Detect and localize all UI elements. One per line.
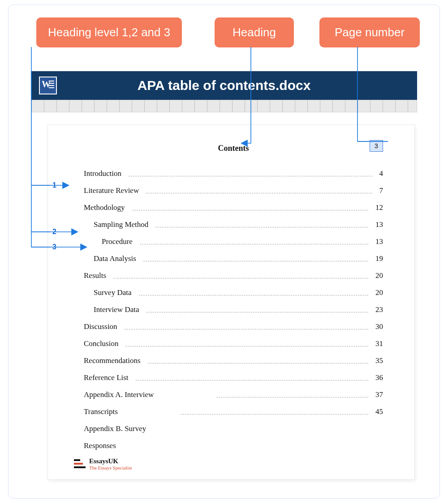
toc-page: 12 bbox=[375, 203, 383, 212]
toc-label: Procedure bbox=[102, 237, 133, 246]
toc-label: Reference List bbox=[84, 373, 129, 382]
level-marker-3: 3 bbox=[52, 243, 56, 251]
toc-page: 4 bbox=[379, 169, 383, 178]
toc-row: Methodology12 bbox=[84, 203, 383, 212]
toc-row: Interview Data23 bbox=[84, 305, 383, 314]
toc-page: 20 bbox=[375, 288, 383, 297]
toc-leader bbox=[139, 291, 368, 295]
document-title-bar: APA table of contents.docx bbox=[31, 71, 417, 100]
toc-label: Sampling Method bbox=[94, 220, 148, 229]
toc-page: 36 bbox=[375, 373, 383, 382]
toc-label: Interview Data bbox=[94, 305, 139, 314]
toc-label: Introduction bbox=[84, 169, 121, 178]
brand-logo: EssaysUK The Essays Specialist bbox=[74, 457, 132, 470]
toc-leader bbox=[181, 410, 368, 414]
toc-label: Responses bbox=[84, 441, 116, 450]
level-marker-1: 1 bbox=[52, 181, 56, 189]
toc-row: Introduction4 bbox=[84, 169, 383, 178]
callout-heading-levels: Heading level 1,2 and 3 bbox=[36, 17, 182, 47]
toc-page: 19 bbox=[375, 254, 383, 263]
toc-label: Survey Data bbox=[94, 288, 132, 297]
toc-row: Discussion30 bbox=[84, 322, 383, 331]
toc-leader bbox=[146, 308, 368, 312]
callout-page-number: Page number bbox=[319, 17, 420, 47]
toc-row: Recommendations35 bbox=[84, 356, 383, 365]
toc-leader bbox=[125, 325, 368, 329]
ruler bbox=[31, 100, 417, 112]
brand-mark-icon bbox=[74, 459, 86, 469]
toc-row: Transcripts45 bbox=[84, 407, 383, 416]
toc-row: Responses bbox=[84, 441, 383, 450]
toc-row: Results20 bbox=[84, 271, 383, 280]
toc-label: Conclusion bbox=[84, 339, 118, 348]
toc-label: Appendix B. Survey bbox=[84, 424, 146, 433]
toc-page: 23 bbox=[375, 305, 383, 314]
level-marker-2: 2 bbox=[52, 228, 56, 236]
toc-leader bbox=[129, 172, 372, 176]
document-filename: APA table of contents.docx bbox=[57, 78, 417, 93]
brand-name: EssaysUK bbox=[89, 457, 132, 465]
toc-leader bbox=[136, 376, 368, 380]
document-page: 3 Contents Introduction4Literature Revie… bbox=[48, 125, 414, 479]
toc-page: 35 bbox=[375, 356, 383, 365]
toc-page: 20 bbox=[375, 271, 383, 280]
table-of-contents: Introduction4Literature Review7Methodolo… bbox=[84, 169, 383, 450]
diagram-frame: Heading level 1,2 and 3 Heading Page num… bbox=[8, 4, 440, 499]
contents-heading: Contents bbox=[84, 144, 383, 153]
toc-row: Survey Data20 bbox=[84, 288, 383, 297]
word-icon bbox=[39, 77, 57, 94]
toc-label: Recommendations bbox=[84, 356, 141, 365]
callout-heading: Heading bbox=[215, 17, 294, 47]
toc-page: 7 bbox=[379, 186, 383, 195]
toc-page: 45 bbox=[375, 407, 383, 416]
toc-page: 31 bbox=[375, 339, 383, 348]
toc-row: Literature Review7 bbox=[84, 186, 383, 195]
toc-label: Appendix A. Interview bbox=[84, 390, 154, 399]
toc-leader bbox=[113, 274, 368, 278]
toc-label: Discussion bbox=[84, 322, 117, 331]
toc-leader bbox=[125, 342, 368, 346]
toc-row: Procedure13 bbox=[84, 237, 383, 246]
toc-leader bbox=[155, 223, 368, 227]
toc-row: Data Analysis19 bbox=[84, 254, 383, 263]
toc-page: 37 bbox=[375, 390, 383, 399]
toc-leader bbox=[216, 393, 368, 397]
toc-label: Results bbox=[84, 271, 106, 280]
toc-page: 13 bbox=[375, 237, 383, 246]
toc-row: Sampling Method13 bbox=[84, 220, 383, 229]
toc-label: Literature Review bbox=[84, 186, 139, 195]
toc-label: Data Analysis bbox=[94, 254, 136, 263]
toc-leader bbox=[146, 189, 372, 193]
toc-leader bbox=[143, 257, 368, 261]
toc-leader bbox=[148, 359, 368, 363]
toc-leader bbox=[140, 240, 368, 244]
toc-label: Methodology bbox=[84, 203, 125, 212]
toc-row: Appendix A. Interview37 bbox=[84, 390, 383, 399]
toc-page: 30 bbox=[375, 322, 383, 331]
toc-row: Reference List36 bbox=[84, 373, 383, 382]
toc-label: Transcripts bbox=[84, 407, 118, 416]
toc-page: 13 bbox=[375, 220, 383, 229]
toc-row: Conclusion31 bbox=[84, 339, 383, 348]
toc-leader bbox=[132, 206, 368, 210]
brand-tagline: The Essays Specialist bbox=[89, 465, 132, 470]
toc-row: Appendix B. Survey bbox=[84, 424, 383, 433]
